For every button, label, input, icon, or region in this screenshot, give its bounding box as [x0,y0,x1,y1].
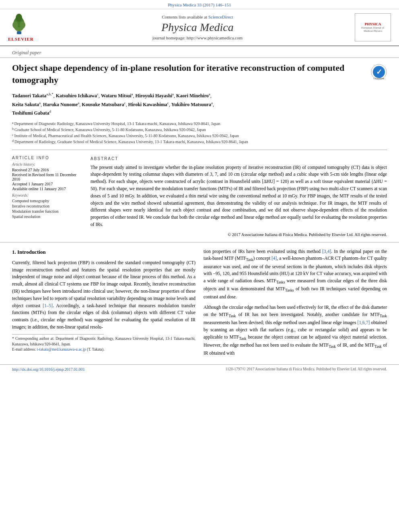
right-para-1: tion properties of IRs have been evaluat… [204,248,387,301]
footnote: * Corresponding author at: Department of… [12,336,195,353]
email-link[interactable]: t-takata@med.kanazawa-u.ac.jp [37,347,86,351]
affiliation-c: c Institute of Medical, Pharmaceutical a… [12,133,387,139]
affiliation-d: d Department of Radiology, Graduate Scho… [12,139,387,145]
article-history-heading: Article history: [12,162,82,166]
crossmark-icon: ✓ CrossMark [371,64,387,80]
svg-point-7 [16,14,22,22]
date-revised: Received in Revised form 11 December 201… [12,173,82,181]
article-info: ARTICLE INFO Article history: Received 2… [12,156,82,238]
article-info-heading: ARTICLE INFO [12,156,82,160]
affiliations: a Department of Diagnostic Radiology, Ka… [0,119,399,148]
left-column: 1. Introduction Currently, filtered back… [12,248,195,360]
contents-line: Contents lists available at ScienceDirec… [40,14,355,19]
journal-title: Physica Medica [40,21,355,34]
paper-type: Original paper [12,50,41,55]
copyright-line: © 2017 Associazione Italiana di Fisica M… [90,232,387,238]
journal-logo-right: PHYSICA European Journal of Medical Phys… [355,13,391,41]
footnote-address: * Corresponding author at: Department of… [12,336,195,347]
abstract-text: The present study aimed to investigate w… [90,164,387,228]
title-section: Object shape dependency of in-plane reso… [0,58,399,89]
header-divider [12,150,387,150]
sciencedirect-link[interactable]: ScienceDirect [208,14,233,19]
ref-1-5[interactable]: [1–5] [43,303,53,308]
intro-heading: 1. Introduction [12,248,195,256]
ref-1-6-7[interactable]: [1,6,7] [358,320,370,325]
intro-para-1: Currently, filtered back projection (FBP… [12,259,195,331]
top-bar: Physica Medica 33 (2017) 146–151 [0,0,399,9]
footer-issn: 1120-1797/© 2017 Associazione Italiana d… [225,367,387,371]
footnote-divider [12,334,104,335]
keyword-4: Spatial resolution [12,214,82,219]
paper-title: Object shape dependency of in-plane reso… [12,62,363,86]
elsevier-logo: ELSEVIER [8,14,40,41]
keywords-heading: Keywords: [12,193,82,197]
date-online: Available online 11 January 2017 [12,187,82,191]
abstract-section: ABSTRACT The present study aimed to inve… [90,156,387,238]
journal-citation: Physica Medica 33 (2017) 146–151 [168,2,231,7]
keyword-1: Computed tomography [12,199,82,203]
elsevier-tree-icon [8,14,30,36]
affiliation-b: b Graduate School of Medical Science, Ka… [12,127,387,133]
right-para-2: Although the circular edge method has be… [204,304,387,357]
svg-rect-1 [17,31,21,34]
svg-text:CrossMark: CrossMark [374,77,385,80]
footnote-email: E-mail address: t-takata@med.kanazawa-u.… [12,347,195,353]
page-footer: http://dx.doi.org/10.1016/j.ejmp.2017.01… [0,364,399,374]
journal-header: ELSEVIER Contents lists available at Sci… [0,9,399,46]
abstract-heading: ABSTRACT [90,156,387,162]
affiliation-a: a Department of Diagnostic Radiology, Ka… [12,121,387,127]
date-received: Received 27 July 2016 [12,168,82,172]
elsevier-name: ELSEVIER [8,37,34,41]
footer-doi[interactable]: http://dx.doi.org/10.1016/j.ejmp.2017.01… [12,367,85,372]
authors-section: Tadanori Takataa,b,*, Katsuhiro Ichikawa… [0,89,399,119]
ref-3-4[interactable]: [3,4] [322,249,331,254]
main-content: 1. Introduction Currently, filtered back… [0,242,399,364]
article-body: ARTICLE INFO Article history: Received 2… [0,152,399,242]
journal-center: Contents lists available at ScienceDirec… [40,14,355,40]
keywords-list: Computed tomography Iterative reconstruc… [12,199,82,219]
right-column: tion properties of IRs have been evaluat… [204,248,387,360]
svg-text:✓: ✓ [376,68,382,76]
svg-point-6 [20,21,25,29]
paper-type-bar: Original paper [0,46,399,58]
keyword-3: Modulation transfer function [12,209,82,214]
journal-homepage: journal homepage: http://www.physicamedi… [40,35,355,40]
keyword-2: Iterative reconstruction [12,204,82,208]
svg-point-5 [12,21,18,29]
date-accepted: Accepted 1 January 2017 [12,182,82,186]
ref-4[interactable]: [4] [271,256,277,261]
